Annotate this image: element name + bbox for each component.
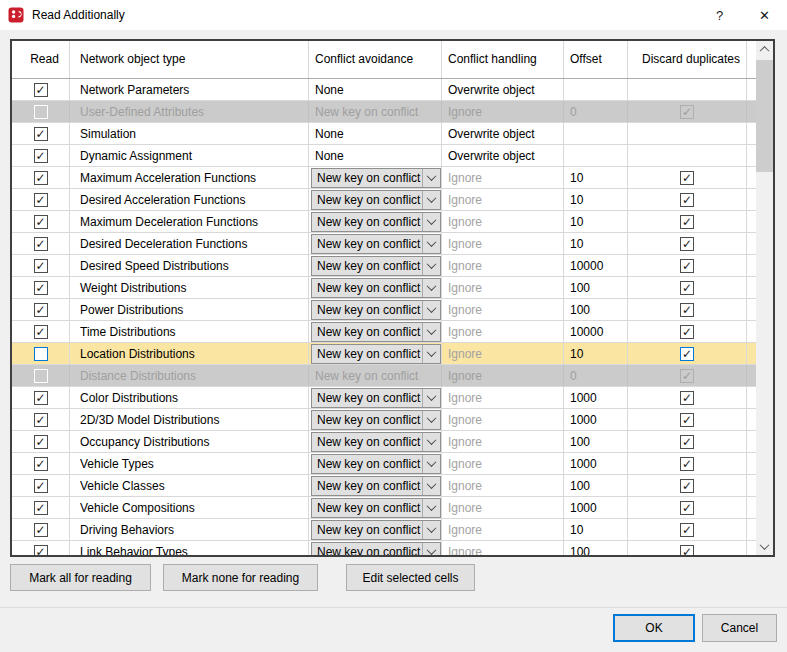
read-checkbox[interactable]: ✓	[34, 127, 48, 141]
discard-duplicates-checkbox[interactable]: ✓	[680, 193, 694, 207]
scrollbar-down-button[interactable]	[756, 538, 773, 555]
read-checkbox[interactable]: ✓	[34, 501, 48, 515]
read-checkbox[interactable]: ✓	[34, 391, 48, 405]
discard-duplicates-checkbox[interactable]: ✓	[680, 347, 694, 361]
discard-duplicates-checkbox[interactable]: ✓	[680, 303, 694, 317]
dropdown-arrow-button[interactable]	[422, 301, 440, 319]
conflict-avoidance-dropdown[interactable]: New key on conflict	[311, 542, 441, 556]
mark-all-for-reading-button[interactable]: Mark all for reading	[10, 564, 151, 591]
dropdown-arrow-button[interactable]	[422, 257, 440, 275]
dropdown-arrow-button[interactable]	[422, 521, 440, 539]
table-row[interactable]: ✓Network ParametersNoneOverwrite object	[12, 79, 756, 101]
table-row[interactable]: ✓Dynamic AssignmentNoneOverwrite object	[12, 145, 756, 167]
discard-duplicates-checkbox[interactable]: ✓	[680, 435, 694, 449]
table-row[interactable]: ✓Time DistributionsNew key on conflictIg…	[12, 321, 756, 343]
discard-duplicates-checkbox[interactable]: ✓	[680, 215, 694, 229]
read-checkbox[interactable]: ✓	[34, 435, 48, 449]
help-button[interactable]: ?	[697, 0, 742, 30]
dropdown-arrow-button[interactable]	[422, 345, 440, 363]
table-row[interactable]: ✓Power DistributionsNew key on conflictI…	[12, 299, 756, 321]
conflict-avoidance-dropdown[interactable]: New key on conflict	[311, 212, 441, 232]
discard-duplicates-checkbox[interactable]: ✓	[680, 237, 694, 251]
table-row[interactable]: ✓Maximum Acceleration FunctionsNew key o…	[12, 167, 756, 189]
dropdown-arrow-button[interactable]	[422, 169, 440, 187]
conflict-avoidance-dropdown[interactable]: New key on conflict	[311, 344, 441, 364]
discard-duplicates-checkbox[interactable]: ✓	[680, 479, 694, 493]
read-checkbox[interactable]: ✓	[34, 83, 48, 97]
read-checkbox[interactable]: ✓	[34, 523, 48, 537]
conflict-avoidance-dropdown[interactable]: New key on conflict	[311, 454, 441, 474]
conflict-avoidance-dropdown[interactable]: New key on conflict	[311, 410, 441, 430]
discard-duplicates-checkbox[interactable]: ✓	[680, 413, 694, 427]
dropdown-arrow-button[interactable]	[422, 191, 440, 209]
read-checkbox[interactable]: ✓	[34, 193, 48, 207]
conflict-avoidance-dropdown[interactable]: New key on conflict	[311, 278, 441, 298]
dropdown-arrow-button[interactable]	[422, 499, 440, 517]
discard-duplicates-checkbox[interactable]: ✓	[680, 281, 694, 295]
mark-none-for-reading-button[interactable]: Mark none for reading	[163, 564, 318, 591]
read-checkbox[interactable]: ✓	[34, 259, 48, 273]
dropdown-arrow-button[interactable]	[422, 477, 440, 495]
cancel-button[interactable]: Cancel	[702, 614, 777, 642]
read-checkbox[interactable]: ✓	[34, 479, 48, 493]
conflict-avoidance-dropdown[interactable]: New key on conflict	[311, 300, 441, 320]
table-row[interactable]: User-Defined AttributesNew key on confli…	[12, 101, 756, 123]
dropdown-arrow-button[interactable]	[422, 543, 440, 556]
read-checkbox[interactable]: ✓	[34, 545, 48, 556]
conflict-avoidance-dropdown[interactable]: New key on conflict	[311, 520, 441, 540]
conflict-avoidance-dropdown[interactable]: New key on conflict	[311, 234, 441, 254]
close-button[interactable]: ✕	[742, 0, 787, 30]
dropdown-arrow-button[interactable]	[422, 433, 440, 451]
read-checkbox[interactable]: ✓	[34, 457, 48, 471]
conflict-avoidance-dropdown[interactable]: New key on conflict	[311, 498, 441, 518]
table-row[interactable]: ✓Weight DistributionsNew key on conflict…	[12, 277, 756, 299]
ok-button[interactable]: OK	[613, 614, 695, 642]
dropdown-arrow-button[interactable]	[422, 455, 440, 473]
table-row[interactable]: ✓2D/3D Model DistributionsNew key on con…	[12, 409, 756, 431]
table-row[interactable]: ✓Vehicle CompositionsNew key on conflict…	[12, 497, 756, 519]
conflict-avoidance-dropdown[interactable]: New key on conflict	[311, 190, 441, 210]
table-row[interactable]: ✓Vehicle ClassesNew key on conflictIgnor…	[12, 475, 756, 497]
discard-duplicates-checkbox[interactable]: ✓	[680, 457, 694, 471]
conflict-avoidance-dropdown[interactable]: New key on conflict	[311, 432, 441, 452]
dropdown-arrow-button[interactable]	[422, 235, 440, 253]
conflict-avoidance-dropdown[interactable]: New key on conflict	[311, 322, 441, 342]
dropdown-arrow-button[interactable]	[422, 323, 440, 341]
discard-duplicates-checkbox[interactable]: ✓	[680, 391, 694, 405]
table-row[interactable]: ✓Desired Speed DistributionsNew key on c…	[12, 255, 756, 277]
table-row[interactable]: ✓Vehicle TypesNew key on conflictIgnore1…	[12, 453, 756, 475]
discard-duplicates-checkbox[interactable]: ✓	[680, 325, 694, 339]
table-row[interactable]: Location DistributionsNew key on conflic…	[12, 343, 756, 365]
read-checkbox[interactable]: ✓	[34, 215, 48, 229]
read-checkbox[interactable]: ✓	[34, 413, 48, 427]
table-row[interactable]: ✓Desired Acceleration FunctionsNew key o…	[12, 189, 756, 211]
discard-duplicates-checkbox[interactable]: ✓	[680, 171, 694, 185]
discard-duplicates-checkbox[interactable]: ✓	[680, 545, 694, 556]
table-row[interactable]: Distance DistributionsNew key on conflic…	[12, 365, 756, 387]
discard-duplicates-checkbox[interactable]: ✓	[680, 501, 694, 515]
read-checkbox[interactable]: ✓	[34, 325, 48, 339]
read-checkbox[interactable]: ✓	[34, 303, 48, 317]
read-checkbox[interactable]: ✓	[34, 281, 48, 295]
dropdown-arrow-button[interactable]	[422, 389, 440, 407]
table-row[interactable]: ✓Desired Deceleration FunctionsNew key o…	[12, 233, 756, 255]
read-checkbox[interactable]	[34, 347, 48, 361]
table-row[interactable]: ✓Color DistributionsNew key on conflictI…	[12, 387, 756, 409]
edit-selected-cells-button[interactable]: Edit selected cells	[346, 564, 475, 591]
discard-duplicates-checkbox[interactable]: ✓	[680, 259, 694, 273]
table-row[interactable]: ✓Link Behavior TypesNew key on conflictI…	[12, 541, 756, 555]
conflict-avoidance-dropdown[interactable]: New key on conflict	[311, 476, 441, 496]
table-row[interactable]: ✓Maximum Deceleration FunctionsNew key o…	[12, 211, 756, 233]
dropdown-arrow-button[interactable]	[422, 411, 440, 429]
read-checkbox[interactable]: ✓	[34, 237, 48, 251]
table-row[interactable]: ✓Occupancy DistributionsNew key on confl…	[12, 431, 756, 453]
read-checkbox[interactable]: ✓	[34, 171, 48, 185]
read-checkbox[interactable]: ✓	[34, 149, 48, 163]
scrollbar-thumb[interactable]	[756, 60, 773, 172]
table-row[interactable]: ✓Driving BehaviorsNew key on conflictIgn…	[12, 519, 756, 541]
conflict-avoidance-dropdown[interactable]: New key on conflict	[311, 168, 441, 188]
conflict-avoidance-dropdown[interactable]: New key on conflict	[311, 388, 441, 408]
discard-duplicates-checkbox[interactable]: ✓	[680, 523, 694, 537]
dropdown-arrow-button[interactable]	[422, 279, 440, 297]
conflict-avoidance-dropdown[interactable]: New key on conflict	[311, 256, 441, 276]
